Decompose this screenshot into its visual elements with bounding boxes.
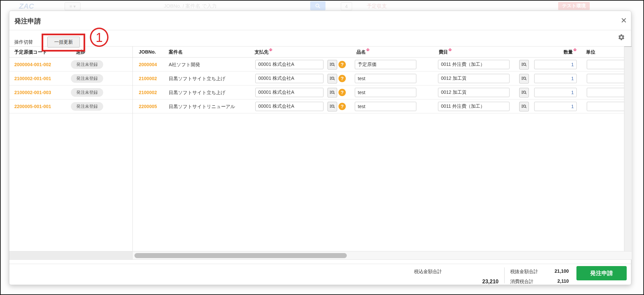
unit-input[interactable]	[587, 102, 625, 111]
payee-search-button[interactable]	[327, 60, 337, 70]
list-search-icon	[329, 104, 335, 109]
payee-input[interactable]	[255, 102, 323, 111]
table-row: 2000004-001-002 発注未登録 2000004 A社ソフト開発 ?	[9, 58, 631, 72]
horizontal-scrollbar-thumb[interactable]	[134, 253, 347, 258]
list-search-icon	[521, 104, 527, 109]
payee-search-button[interactable]	[327, 102, 337, 111]
progress-cell: 発注未登録	[71, 60, 103, 69]
job-no-link[interactable]: 2200005	[139, 99, 157, 113]
expense-search-button[interactable]	[519, 88, 529, 97]
background-page: ZAC ≡ ▾ JOBNo. / 案件名 で入力 4 予定収支 テスト環境	[1, 1, 643, 12]
menu-icon: ≡ ▾	[65, 2, 81, 10]
quantity-input[interactable]	[534, 74, 577, 83]
expense-input[interactable]	[438, 102, 510, 111]
consumption-tax-total-label: 消費税合計	[510, 279, 534, 285]
table-body: 2000004-001-002 発注未登録 2000004 A社ソフト開発 ? …	[9, 11, 631, 260]
background-search-button	[310, 1, 325, 10]
order-request-modal: 発注申請 × 操作切替 一括更新 1 予定原価コード 進捗 JOBNo. 案件名…	[9, 11, 631, 285]
help-icon[interactable]: ?	[338, 89, 346, 96]
project-name: A社ソフト開発	[169, 58, 200, 72]
modal-footer: 税込金額合計 23,210 税抜金額合計 21,100 消費税合計 2,110 …	[9, 264, 631, 285]
help-icon[interactable]: ?	[338, 75, 346, 82]
quantity-input[interactable]	[534, 88, 577, 97]
expense-input[interactable]	[438, 88, 510, 97]
help-icon[interactable]: ?	[338, 61, 346, 68]
progress-cell: 発注未登録	[71, 102, 103, 111]
job-no-link[interactable]: 2100002	[139, 85, 157, 99]
consumption-tax-total-value: 2,110	[542, 278, 569, 284]
tax-included-total-label: 税込金額合計	[414, 269, 442, 275]
project-name: 目黒ソフトサイトリニューアル	[169, 99, 235, 113]
zac-logo: ZAC	[19, 2, 34, 11]
background-search-placeholder: JOBNo. / 案件名 で入力	[164, 3, 217, 9]
tax-excluded-total-label: 税抜金額合計	[510, 269, 538, 275]
expense-search-button[interactable]	[519, 60, 529, 70]
vertical-scrollbar[interactable]	[624, 46, 632, 251]
table-row: 2200005-001-001 発注未登録 2200005 目黒ソフトサイトリニ…	[9, 99, 631, 113]
project-name: 目黒ソフトサイト立ち上げ	[169, 85, 226, 99]
quantity-input[interactable]	[534, 60, 577, 69]
item-name-input[interactable]	[355, 60, 416, 69]
progress-cell: 発注未登録	[71, 88, 103, 97]
item-name-input[interactable]	[355, 88, 416, 97]
status-badge: 発注未登録	[71, 102, 103, 111]
progress-cell: 発注未登録	[71, 74, 103, 83]
background-pager: 4	[341, 2, 352, 10]
table-row: 2100002-001-003 発注未登録 2100002 目黒ソフトサイト立ち…	[9, 85, 631, 99]
submit-order-request-button[interactable]: 発注申請	[576, 266, 627, 280]
expense-input[interactable]	[438, 60, 510, 69]
table-row: 2100002-001-001 発注未登録 2100002 目黒ソフトサイト立ち…	[9, 72, 631, 85]
background-nav-item: 予定収支	[367, 3, 387, 9]
tax-excluded-total-value: 21,100	[542, 268, 569, 274]
list-search-icon	[521, 76, 527, 81]
tax-included-total-value: 23,210	[449, 279, 499, 285]
project-name: 目黒ソフトサイト立ち上げ	[169, 72, 226, 85]
horizontal-scrollbar[interactable]	[9, 251, 632, 260]
unit-input[interactable]	[587, 74, 625, 83]
list-search-icon	[329, 76, 335, 81]
status-badge: 発注未登録	[71, 74, 103, 83]
list-search-icon	[521, 62, 527, 68]
list-search-icon	[329, 90, 335, 95]
quantity-input[interactable]	[534, 102, 577, 111]
payee-input[interactable]	[255, 60, 323, 69]
expense-input[interactable]	[438, 74, 510, 83]
planned-cost-code-link[interactable]: 2100002-001-003	[14, 85, 51, 99]
payee-input[interactable]	[255, 88, 323, 97]
payee-input[interactable]	[255, 74, 323, 83]
expense-search-button[interactable]	[519, 102, 529, 111]
item-name-input[interactable]	[355, 74, 416, 83]
expense-search-button[interactable]	[519, 74, 529, 83]
environment-badge: テスト環境	[558, 2, 590, 10]
help-icon[interactable]: ?	[338, 103, 346, 110]
payee-search-button[interactable]	[327, 74, 337, 83]
footer-divider	[504, 267, 505, 283]
planned-cost-code-link[interactable]: 2200005-001-001	[14, 99, 51, 113]
planned-cost-code-link[interactable]: 2000004-001-002	[14, 58, 51, 72]
status-badge: 発注未登録	[71, 60, 103, 69]
unit-input[interactable]	[587, 88, 625, 97]
status-badge: 発注未登録	[71, 88, 103, 97]
frozen-column-divider	[132, 46, 133, 251]
planned-cost-code-link[interactable]: 2100002-001-001	[14, 72, 51, 85]
screenshot-frame: ZAC ≡ ▾ JOBNo. / 案件名 で入力 4 予定収支 テスト環境 発注…	[0, 0, 644, 295]
payee-search-button[interactable]	[327, 88, 337, 97]
item-name-input[interactable]	[355, 102, 416, 111]
job-no-link[interactable]: 2000004	[139, 58, 157, 72]
unit-input[interactable]	[587, 60, 625, 69]
search-icon	[315, 3, 321, 9]
horizontal-scrollbar-frozen-area	[9, 251, 132, 259]
job-no-link[interactable]: 2100002	[139, 72, 157, 85]
list-search-icon	[521, 90, 527, 95]
list-search-icon	[329, 62, 335, 68]
